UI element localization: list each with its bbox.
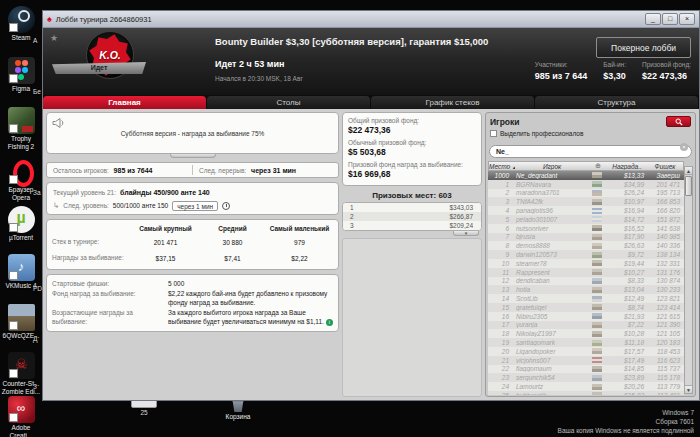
player-search-button[interactable] [666, 116, 691, 127]
desktop-icon[interactable]: 6QWcQZE... Д [0, 304, 42, 340]
window-controls: _ □ × [645, 13, 695, 25]
player-place: 4 [488, 207, 514, 214]
highlight-pros-row[interactable]: Выделить профессионалов [488, 128, 693, 139]
player-row[interactable]: 14 ScotLib $12,49 123 821 [488, 294, 684, 303]
desktop-icon[interactable]: Trophy Fishing 2 [0, 107, 42, 150]
player-row[interactable]: 24 Lamourtz $20,26 113 779 [488, 382, 684, 391]
player-place: 21 [488, 357, 514, 364]
player-chips: 166 820 [646, 207, 684, 214]
highlight-pros-checkbox[interactable] [490, 130, 497, 137]
player-row[interactable]: 23 sergunchik54 $23,89 115 178 [488, 373, 684, 382]
tab-bar: Главная Столы График стеков Структура [43, 95, 699, 109]
player-chips: 123 821 [646, 295, 684, 302]
desktop-icon[interactable]: Counter-St... Zombie Edi... З [0, 352, 42, 395]
desktop-icon-label: Adobe Creati... [0, 424, 42, 437]
stack-table-row: Стек в турнире: 201 471 30 880 979 [52, 234, 333, 250]
close-button[interactable]: × [679, 13, 695, 25]
info-icon[interactable]: i [326, 319, 333, 326]
prize-collapse-handle[interactable]: ▾ [453, 231, 479, 236]
player-chips: 118 453 [646, 348, 684, 355]
tab[interactable]: Главная [43, 96, 206, 109]
player-row[interactable]: 1000 Ne_degradant $13,33 Заверш [488, 171, 684, 180]
minimize-button[interactable]: _ [645, 13, 661, 25]
player-row[interactable]: 21 vicjohns007 $17,49 116 623 [488, 356, 684, 365]
player-row[interactable]: 6 nutsonriver $16,52 141 638 [488, 224, 684, 233]
player-row[interactable]: 2 maradona3701 $26,24 195 713 [488, 189, 684, 198]
next-break-label: След. перерыв: [199, 167, 246, 174]
column-header-player[interactable]: Игрок [515, 163, 589, 170]
player-row[interactable]: 5 pelado301007 $14,72 151 872 [488, 215, 684, 224]
player-row[interactable]: 16 Nibiru2305 $21,93 121 615 [488, 312, 684, 321]
next-level-value: 500/1000 анте 150 [113, 202, 168, 209]
player-name: Rappresent [514, 269, 588, 276]
player-row[interactable]: 19 santiagomark $11,18 120 183 [488, 338, 684, 347]
flag-icon [592, 234, 602, 240]
app-icon [8, 107, 35, 134]
stat-label: Участники: [535, 61, 588, 68]
player-row[interactable]: 18 NikolayZ1997 $10,28 121 105 [488, 329, 684, 338]
prize-place: 1 [350, 203, 354, 212]
players-scrollbar[interactable]: ▲ ▼ [684, 166, 693, 394]
player-bounty: $21,93 [606, 313, 646, 320]
player-row[interactable]: 10 steamer78 $19,44 132 331 [488, 259, 684, 268]
desktop-icon[interactable]: Браузер Opera За [0, 158, 42, 201]
app-icon [8, 304, 35, 331]
recycle-bin[interactable]: Корзина [215, 399, 261, 421]
column-header-chips[interactable]: Фишек [647, 163, 683, 170]
player-search-input[interactable] [489, 145, 692, 158]
header-stat: Бай-ин: $3,30 [603, 61, 626, 81]
stack-value: $7,41 [199, 255, 266, 262]
player-row[interactable]: 22 flaggomaum $14,85 115 737 [488, 365, 684, 374]
scrollbar-thumb[interactable] [685, 176, 692, 196]
flag-icon [592, 375, 602, 381]
scroll-down-icon[interactable]: ▼ [685, 385, 692, 393]
favorite-star-icon[interactable]: ★ [50, 33, 58, 43]
column-header-bounty[interactable]: Награда.. [607, 163, 647, 170]
player-row[interactable]: 1 BGRNavara $34,99 201 471 [488, 180, 684, 189]
titlebar[interactable]: ♠ Лобби турнира 2664860931 _ □ × [43, 11, 699, 28]
player-row[interactable]: 4 panagiotis96 $16,94 166 820 [488, 206, 684, 215]
detail-row: Стартовые фишки: 5 000i [52, 280, 333, 288]
player-row[interactable]: 12 dendicaban $8,33 130 874 [488, 277, 684, 286]
player-row[interactable]: 15 gratefulgel $8,74 123 414 [488, 303, 684, 312]
desktop-icon[interactable]: Figma Бе [0, 57, 42, 93]
desktop-icon[interactable]: Adobe Creati... [0, 396, 42, 437]
tab[interactable]: Структура [535, 96, 698, 109]
desktop: Steam А Figma Бе Trophy Fishing 2 Браузе… [0, 0, 700, 437]
player-place: 9 [488, 251, 514, 258]
desktop-icon[interactable]: Steam А [0, 6, 42, 42]
maximize-button[interactable]: □ [662, 13, 678, 25]
desktop-icon[interactable]: VKMusic 4 PD [0, 254, 42, 290]
player-place: 8 [488, 242, 514, 249]
player-chips: 131 176 [646, 269, 684, 276]
desktop-icon[interactable]: µTorrent [0, 206, 42, 242]
tab[interactable]: Столы [207, 96, 370, 109]
player-row[interactable]: 11 Rappresent $10,27 131 176 [488, 268, 684, 277]
player-row[interactable]: 8 demos8888 $26,63 140 336 [488, 241, 684, 250]
running-time: Идет 2 ч 53 мин [215, 59, 284, 69]
tab[interactable]: График стеков [371, 96, 534, 109]
player-bounty: $10,27 [606, 269, 646, 276]
players-left-label: Осталось игроков: [53, 167, 109, 174]
player-row[interactable]: 25 bubbaratik $15,83 112 401 [488, 391, 684, 395]
stat-value: 985 из 7 644 [535, 71, 588, 81]
current-level-value: блайнды 450/900 анте 140 [120, 189, 210, 196]
desktop-item-25[interactable]: 25 [124, 399, 164, 417]
detail-text: За каждого выбитого игрока награда за Ва… [168, 309, 333, 326]
player-name: nutsonriver [514, 225, 588, 232]
player-row[interactable]: 17 yuranja $7,22 121 390 [488, 321, 684, 330]
player-row[interactable]: 20 Ligandopoker $17,57 118 453 [488, 347, 684, 356]
poker-lobby-button[interactable]: Покерное лобби [596, 37, 691, 58]
clear-search-icon[interactable]: × [680, 143, 688, 151]
player-name: flaggomaum [514, 365, 588, 372]
player-row[interactable]: 3 TNfA42fk $10,97 166 853 [488, 197, 684, 206]
scroll-up-icon[interactable]: ▲ [685, 167, 692, 175]
player-bounty: $8,74 [606, 304, 646, 311]
player-row[interactable]: 9 darwin120573 $9,72 138 134 [488, 250, 684, 259]
column-header-place[interactable]: Место ▲ [489, 163, 515, 170]
globe-icon[interactable]: ⊕ [589, 162, 607, 170]
stack-table-body: Стек в турнире: 201 471 30 880 979 Награ… [52, 234, 333, 266]
player-chips: 140 985 [646, 233, 684, 240]
player-row[interactable]: 7 bjrusia $17,90 140 985 [488, 233, 684, 242]
player-row[interactable]: 13 hotla $13,04 130 233 [488, 285, 684, 294]
